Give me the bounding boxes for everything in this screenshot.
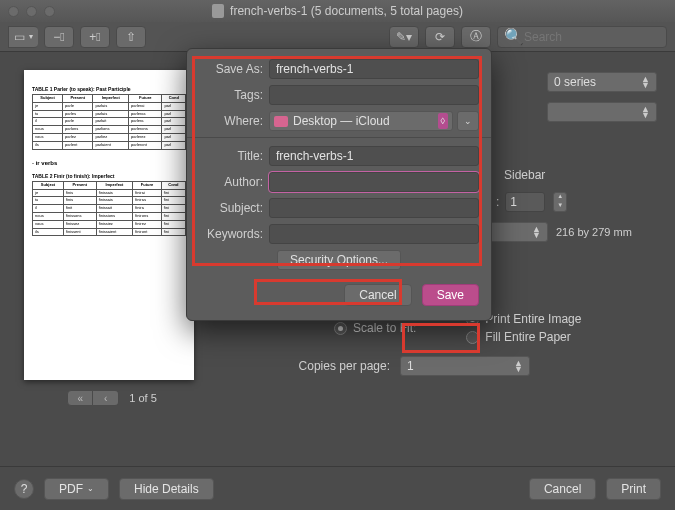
- where-value: Desktop — iCloud: [293, 114, 433, 128]
- chevron-down-icon: ⌄: [464, 116, 472, 126]
- zoom-in-button[interactable]: +⃝: [80, 26, 110, 48]
- window-titlebar: french-verbs-1 (5 documents, 5 total pag…: [0, 0, 675, 22]
- copies-per-page-value: 1: [407, 359, 414, 373]
- sidebar-suffix: Sidebar: [504, 168, 545, 182]
- paper-dimensions: 216 by 279 mm: [556, 226, 632, 238]
- subject-label: Subject:: [199, 201, 263, 215]
- title-label: Title:: [199, 149, 263, 163]
- chevron-updown-icon: ▲▼: [532, 226, 541, 238]
- document-icon: [212, 4, 224, 18]
- where-select[interactable]: Desktop — iCloud ◊: [269, 111, 453, 131]
- chevron-updown-icon: ▲▼: [641, 106, 650, 118]
- pager-first-button[interactable]: «: [67, 390, 93, 406]
- help-button[interactable]: ?: [14, 479, 34, 499]
- markup-button[interactable]: ✎▾: [389, 26, 419, 48]
- thumb-section: - ir verbs: [32, 160, 186, 167]
- sidebar-toggle-button[interactable]: ▭▾: [8, 26, 38, 48]
- save-as-label: Save As:: [199, 62, 263, 76]
- author-input[interactable]: [269, 172, 479, 192]
- print-cancel-button[interactable]: Cancel: [529, 478, 596, 500]
- page-thumbnail[interactable]: TABLE 1 Parler (to speak): Past Particip…: [24, 70, 194, 380]
- page-preview: TABLE 1 Parler (to speak): Past Particip…: [0, 52, 210, 466]
- chevron-updown-icon: ◊: [438, 113, 448, 129]
- page-pager: « ‹ 1 of 5: [24, 390, 200, 406]
- thumb-table2-title: TABLE 2 Finir (to finish): Imperfect: [32, 173, 186, 179]
- pager-prev-button[interactable]: ‹: [93, 390, 119, 406]
- sidebar-colon: :: [496, 195, 499, 209]
- sidebar-count-input[interactable]: [505, 192, 545, 212]
- save-dialog: Save As: Tags: Where: Desktop — iCloud ◊…: [186, 48, 492, 321]
- copies-per-page-label: Copies per page:: [214, 359, 390, 373]
- security-options-button[interactable]: Security Options...: [277, 250, 401, 270]
- chevron-updown-icon: ▲▼: [641, 76, 650, 88]
- blank-select-1[interactable]: ▲▼: [547, 102, 657, 122]
- author-label: Author:: [199, 175, 263, 189]
- fill-entire-paper-label: Fill Entire Paper: [485, 330, 570, 344]
- chevron-down-icon: ⌄: [87, 484, 94, 493]
- print-entire-image-label: Print Entire Image: [485, 312, 581, 326]
- rotate-button[interactable]: ⟳: [425, 26, 455, 48]
- pager-label: 1 of 5: [129, 392, 157, 404]
- search-icon: 🔍: [504, 27, 524, 46]
- window-footer: ? PDF⌄ Hide Details Cancel Print: [0, 466, 675, 510]
- search-input[interactable]: [524, 30, 660, 44]
- thumb-table1-title: TABLE 1 Parler (to speak): Past Particip…: [32, 86, 186, 92]
- pdf-menu-button[interactable]: PDF⌄: [44, 478, 109, 500]
- save-dialog-cancel-button[interactable]: Cancel: [344, 284, 411, 306]
- subject-input[interactable]: [269, 198, 479, 218]
- window-title: french-verbs-1 (5 documents, 5 total pag…: [230, 4, 463, 18]
- title-input[interactable]: [269, 146, 479, 166]
- scale-to-fit-label: Scale to Fit:: [353, 321, 416, 335]
- hide-details-button[interactable]: Hide Details: [119, 478, 214, 500]
- save-dialog-save-button[interactable]: Save: [422, 284, 479, 306]
- fill-entire-paper-radio[interactable]: [466, 331, 479, 344]
- thumb-table1: SubjectPresentImperfectFutureCond jeparl…: [32, 94, 186, 150]
- thumb-table2: SubjectPresentImperfectFutureCond jefini…: [32, 181, 186, 237]
- expand-save-dialog-button[interactable]: ⌄: [457, 111, 479, 131]
- search-field[interactable]: 🔍: [497, 26, 667, 48]
- tags-label: Tags:: [199, 88, 263, 102]
- print-button[interactable]: Print: [606, 478, 661, 500]
- scale-to-fit-radio[interactable]: [334, 322, 347, 335]
- copies-per-page-select[interactable]: 1 ▲▼: [400, 356, 530, 376]
- zoom-out-button[interactable]: −⃝: [44, 26, 74, 48]
- annotate-button[interactable]: Ⓐ: [461, 26, 491, 48]
- chevron-updown-icon: ▲▼: [514, 360, 523, 372]
- divider: [187, 137, 491, 138]
- sidebar-count-stepper[interactable]: ▲▼: [553, 192, 567, 212]
- share-button[interactable]: ⇧: [116, 26, 146, 48]
- where-label: Where:: [199, 114, 263, 128]
- keywords-input[interactable]: [269, 224, 479, 244]
- folder-icon: [274, 116, 288, 127]
- keywords-label: Keywords:: [199, 227, 263, 241]
- series-select[interactable]: 0 series ▲▼: [547, 72, 657, 92]
- series-select-value: 0 series: [554, 75, 596, 89]
- tags-input[interactable]: [269, 85, 479, 105]
- save-as-input[interactable]: [269, 59, 479, 79]
